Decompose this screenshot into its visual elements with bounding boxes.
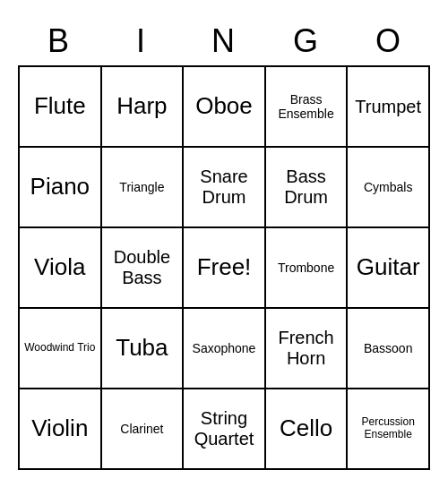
cell-text-9: Cymbals <box>364 180 412 194</box>
cell-text-0: Flute <box>34 93 86 120</box>
bingo-cell-14: Guitar <box>348 228 430 309</box>
cell-text-1: Harp <box>116 93 167 120</box>
cell-text-21: Clarinet <box>120 422 163 436</box>
cell-text-5: Piano <box>30 174 90 201</box>
cell-text-16: Tuba <box>116 335 168 362</box>
header-letter-n: N <box>183 17 265 65</box>
bingo-card: BINGO FluteHarpOboeBrass EnsembleTrumpet… <box>18 17 430 470</box>
header-letter-o: O <box>348 17 430 65</box>
bingo-cell-15: Woodwind Trio <box>20 309 102 389</box>
bingo-cell-11: Double Bass <box>102 228 185 309</box>
bingo-cell-6: Triangle <box>102 148 185 228</box>
cell-text-22: String Quartet <box>187 408 261 449</box>
bingo-cell-0: Flute <box>20 67 102 148</box>
bingo-cell-10: Viola <box>20 228 102 309</box>
cell-text-24: Percussion Ensemble <box>351 416 425 441</box>
cell-text-7: Snare Drum <box>187 167 261 208</box>
cell-text-4: Trumpet <box>355 97 421 117</box>
header-letter-i: I <box>100 17 183 65</box>
cell-text-13: Trombone <box>278 261 334 275</box>
cell-text-20: Violin <box>31 415 88 442</box>
bingo-cell-17: Saxophone <box>184 309 266 389</box>
bingo-header: BINGO <box>18 17 430 65</box>
bingo-cell-2: Oboe <box>184 67 266 148</box>
bingo-cell-20: Violin <box>20 389 102 470</box>
bingo-cell-9: Cymbals <box>348 148 430 228</box>
bingo-cell-1: Harp <box>102 67 185 148</box>
cell-text-19: Bassoon <box>364 341 412 355</box>
bingo-cell-19: Bassoon <box>348 309 430 389</box>
cell-text-11: Double Bass <box>106 247 179 288</box>
bingo-cell-3: Brass Ensemble <box>266 67 349 148</box>
header-letter-b: B <box>18 17 100 65</box>
bingo-cell-5: Piano <box>20 148 102 228</box>
cell-text-8: Bass Drum <box>270 167 343 208</box>
bingo-cell-23: Cello <box>266 389 349 470</box>
bingo-cell-21: Clarinet <box>102 389 185 470</box>
bingo-cell-8: Bass Drum <box>266 148 349 228</box>
bingo-cell-18: French Horn <box>266 309 349 389</box>
bingo-cell-16: Tuba <box>102 309 185 389</box>
cell-text-15: Woodwind Trio <box>24 342 95 355</box>
cell-text-14: Guitar <box>357 254 420 281</box>
cell-text-23: Cello <box>280 415 332 442</box>
cell-text-3: Brass Ensemble <box>270 92 343 121</box>
cell-text-6: Triangle <box>119 180 164 194</box>
cell-text-2: Oboe <box>195 93 253 120</box>
bingo-cell-24: Percussion Ensemble <box>348 389 430 470</box>
cell-text-18: French Horn <box>270 328 343 369</box>
cell-text-12: Free! <box>197 254 252 281</box>
cell-text-17: Saxophone <box>193 341 256 355</box>
bingo-cell-13: Trombone <box>266 228 349 309</box>
header-letter-g: G <box>265 17 348 65</box>
cell-text-10: Viola <box>34 254 85 281</box>
bingo-cell-12: Free! <box>184 228 266 309</box>
bingo-cell-7: Snare Drum <box>184 148 266 228</box>
bingo-cell-4: Trumpet <box>348 67 430 148</box>
bingo-cell-22: String Quartet <box>184 389 266 470</box>
bingo-grid: FluteHarpOboeBrass EnsembleTrumpetPianoT… <box>18 65 430 470</box>
